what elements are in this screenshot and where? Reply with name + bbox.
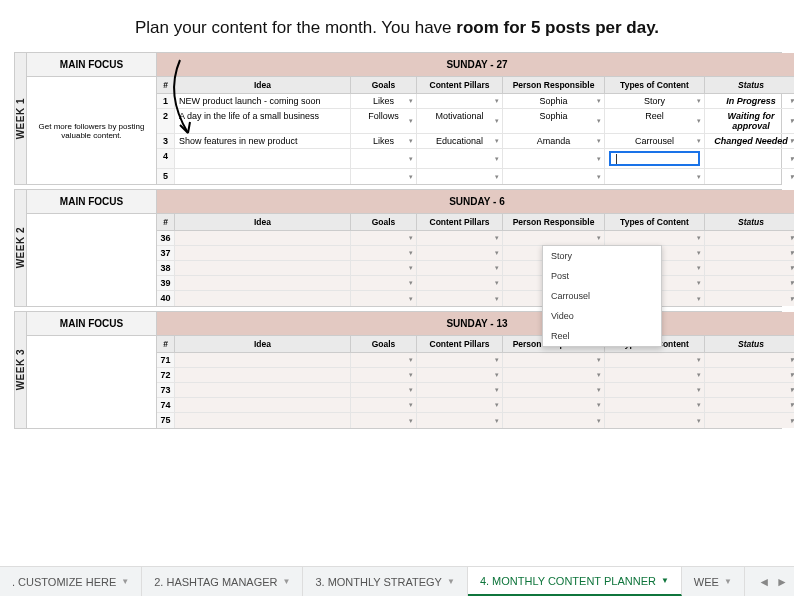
idea-cell[interactable] xyxy=(175,398,351,412)
idea-cell[interactable] xyxy=(175,246,351,260)
person-cell[interactable]: Amanda▾ xyxy=(503,134,605,148)
sheet-tab[interactable]: . CUSTOMIZE HERE▼ xyxy=(0,567,142,596)
pillars-cell[interactable]: ▾ xyxy=(417,231,503,245)
person-cell[interactable]: ▾ xyxy=(503,353,605,367)
pillars-cell[interactable]: ▾ xyxy=(417,398,503,412)
chevron-down-icon[interactable]: ▾ xyxy=(697,249,701,257)
chevron-down-icon[interactable]: ▾ xyxy=(790,264,794,272)
type-cell[interactable]: ▾ xyxy=(605,383,705,397)
pillars-cell[interactable]: ▾ xyxy=(417,149,503,168)
sheet-tab[interactable]: 4. MONTHLY CONTENT PLANNER▼ xyxy=(468,567,682,596)
chevron-down-icon[interactable]: ▾ xyxy=(495,295,499,303)
pillars-cell[interactable]: ▾ xyxy=(417,169,503,184)
chevron-down-icon[interactable]: ▾ xyxy=(495,137,499,145)
chevron-down-icon[interactable]: ▾ xyxy=(790,386,794,394)
type-cell[interactable]: Carrousel▾ xyxy=(605,134,705,148)
chevron-down-icon[interactable]: ▾ xyxy=(790,249,794,257)
chevron-down-icon[interactable]: ▾ xyxy=(597,371,601,379)
row-number[interactable]: 71 xyxy=(157,353,175,367)
row-number[interactable]: 36 xyxy=(157,231,175,245)
chevron-down-icon[interactable]: ▾ xyxy=(790,137,794,145)
chevron-down-icon[interactable]: ▾ xyxy=(597,137,601,145)
chevron-down-icon[interactable]: ▾ xyxy=(597,417,601,425)
chevron-down-icon[interactable]: ▾ xyxy=(697,173,701,181)
row-number[interactable]: 5 xyxy=(157,169,175,184)
goals-cell[interactable]: ▾ xyxy=(351,231,417,245)
chevron-down-icon[interactable]: ▾ xyxy=(495,279,499,287)
chevron-down-icon[interactable]: ▾ xyxy=(597,234,601,242)
tab-scroll-left-icon[interactable]: ◄ xyxy=(758,575,770,589)
chevron-down-icon[interactable]: ▾ xyxy=(495,173,499,181)
status-cell[interactable]: ▾ xyxy=(705,169,794,184)
chevron-down-icon[interactable]: ▼ xyxy=(447,577,455,586)
chevron-down-icon[interactable]: ▾ xyxy=(495,371,499,379)
person-cell[interactable]: Sophia▾ xyxy=(503,94,605,108)
chevron-down-icon[interactable]: ▾ xyxy=(697,386,701,394)
row-number[interactable]: 3 xyxy=(157,134,175,148)
type-cell[interactable] xyxy=(605,149,705,168)
pillars-cell[interactable]: ▾ xyxy=(417,413,503,428)
type-cell[interactable]: ▾ xyxy=(605,353,705,367)
person-cell[interactable]: Sophia▾ xyxy=(503,109,605,133)
chevron-down-icon[interactable]: ▾ xyxy=(597,386,601,394)
goals-cell[interactable]: ▾ xyxy=(351,383,417,397)
idea-cell[interactable]: A day in the life of a small business xyxy=(175,109,351,133)
chevron-down-icon[interactable]: ▾ xyxy=(409,173,413,181)
pillars-cell[interactable]: ▾ xyxy=(417,94,503,108)
tab-scroll-right-icon[interactable]: ► xyxy=(776,575,788,589)
goals-cell[interactable]: Likes▾ xyxy=(351,134,417,148)
person-cell[interactable]: ▾ xyxy=(503,383,605,397)
type-dropdown-menu[interactable]: StoryPostCarrouselVideoReel xyxy=(542,245,662,347)
chevron-down-icon[interactable]: ▾ xyxy=(790,155,794,163)
pillars-cell[interactable]: ▾ xyxy=(417,276,503,290)
row-number[interactable]: 39 xyxy=(157,276,175,290)
type-cell[interactable]: ▾ xyxy=(605,368,705,382)
chevron-down-icon[interactable]: ▾ xyxy=(495,401,499,409)
idea-cell[interactable] xyxy=(175,261,351,275)
type-cell[interactable]: ▾ xyxy=(605,169,705,184)
row-number[interactable]: 1 xyxy=(157,94,175,108)
chevron-down-icon[interactable]: ▾ xyxy=(409,117,413,125)
status-cell[interactable]: ▾ xyxy=(705,291,794,306)
sheet-tab[interactable]: 3. MONTHLY STRATEGY▼ xyxy=(303,567,467,596)
goals-cell[interactable]: Follows▾ xyxy=(351,109,417,133)
chevron-down-icon[interactable]: ▾ xyxy=(495,356,499,364)
row-number[interactable]: 37 xyxy=(157,246,175,260)
goals-cell[interactable]: ▾ xyxy=(351,169,417,184)
pillars-cell[interactable]: ▾ xyxy=(417,291,503,306)
row-number[interactable]: 75 xyxy=(157,413,175,428)
chevron-down-icon[interactable]: ▾ xyxy=(597,173,601,181)
active-cell-input[interactable] xyxy=(609,151,700,166)
person-cell[interactable]: ▾ xyxy=(503,149,605,168)
row-number[interactable]: 38 xyxy=(157,261,175,275)
row-number[interactable]: 74 xyxy=(157,398,175,412)
goals-cell[interactable]: ▾ xyxy=(351,246,417,260)
chevron-down-icon[interactable]: ▾ xyxy=(790,279,794,287)
chevron-down-icon[interactable]: ▾ xyxy=(495,417,499,425)
type-cell[interactable]: Reel▾ xyxy=(605,109,705,133)
chevron-down-icon[interactable]: ▾ xyxy=(697,356,701,364)
chevron-down-icon[interactable]: ▾ xyxy=(495,97,499,105)
person-cell[interactable]: ▾ xyxy=(503,413,605,428)
chevron-down-icon[interactable]: ▾ xyxy=(409,371,413,379)
chevron-down-icon[interactable]: ▾ xyxy=(409,249,413,257)
chevron-down-icon[interactable]: ▾ xyxy=(790,97,794,105)
goals-cell[interactable]: ▾ xyxy=(351,368,417,382)
chevron-down-icon[interactable]: ▾ xyxy=(697,371,701,379)
person-cell[interactable]: ▾ xyxy=(503,169,605,184)
chevron-down-icon[interactable]: ▾ xyxy=(409,356,413,364)
chevron-down-icon[interactable]: ▾ xyxy=(697,97,701,105)
chevron-down-icon[interactable]: ▾ xyxy=(597,117,601,125)
chevron-down-icon[interactable]: ▼ xyxy=(121,577,129,586)
status-cell[interactable]: In Progress▾ xyxy=(705,94,794,108)
main-focus-cell[interactable] xyxy=(27,214,157,306)
goals-cell[interactable]: ▾ xyxy=(351,353,417,367)
person-cell[interactable]: ▾ xyxy=(503,398,605,412)
chevron-down-icon[interactable]: ▾ xyxy=(697,264,701,272)
status-cell[interactable]: Waiting for approval▾ xyxy=(705,109,794,133)
dropdown-option[interactable]: Post xyxy=(543,266,661,286)
sheet-tab[interactable]: 2. HASHTAG MANAGER▼ xyxy=(142,567,303,596)
row-number[interactable]: 72 xyxy=(157,368,175,382)
type-cell[interactable]: ▾ xyxy=(605,231,705,245)
idea-cell[interactable]: NEW product launch - coming soon xyxy=(175,94,351,108)
